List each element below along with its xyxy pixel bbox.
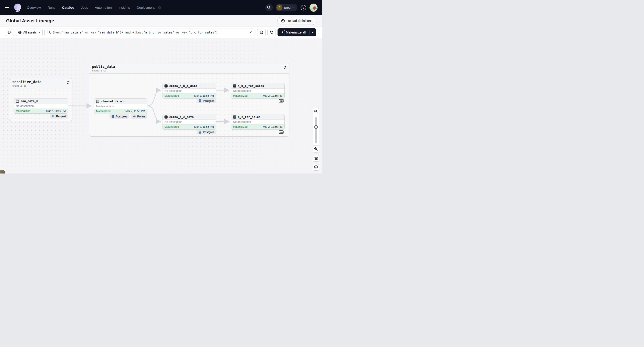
download-image-button[interactable] bbox=[312, 164, 319, 171]
caret-down-icon bbox=[312, 32, 314, 33]
materialization-timestamp[interactable]: Mar 2, 11:56 PM bbox=[125, 110, 145, 113]
download-icon bbox=[314, 165, 318, 169]
postgres-icon bbox=[111, 115, 114, 118]
kind-badge-polars[interactable]: Polars bbox=[131, 114, 147, 119]
reload-cube-icon bbox=[281, 19, 285, 23]
asset-node-cleaned-data-b[interactable]: cleaned_data_b No description Materializ… bbox=[94, 98, 147, 114]
table-icon bbox=[164, 115, 168, 119]
status-badge: Materialized bbox=[233, 125, 248, 128]
user-avatar[interactable] bbox=[310, 3, 318, 11]
kind-badge-postgres[interactable]: Postgres bbox=[197, 130, 216, 134]
asset-description: No description bbox=[14, 104, 68, 109]
status-badge: Materialized bbox=[164, 94, 179, 97]
chevron-down-icon bbox=[292, 7, 295, 8]
group-title: public_data bbox=[92, 65, 115, 69]
group-title: sensitive_data bbox=[12, 80, 42, 84]
chevron-down-icon bbox=[38, 32, 40, 33]
environment-switcher[interactable]: P prod bbox=[276, 4, 298, 11]
zoom-out-icon bbox=[314, 147, 318, 151]
materialize-options-caret[interactable] bbox=[310, 28, 316, 36]
polars-icon bbox=[132, 115, 136, 118]
sparkle-icon: ✦✦✦ bbox=[281, 30, 284, 34]
zoom-in-icon bbox=[314, 110, 318, 113]
table-icon bbox=[233, 115, 236, 119]
gear-icon bbox=[314, 157, 318, 160]
svg-text:CSV: CSV bbox=[280, 100, 283, 102]
dagster-app: Overview Runs Catalog Jobs Automation In… bbox=[0, 0, 322, 173]
svg-text:?: ? bbox=[302, 6, 304, 9]
materialization-timestamp[interactable]: Mar 2, 11:56 PM bbox=[194, 125, 214, 128]
csv-icon: CSV bbox=[279, 99, 284, 102]
status-badge: Materialized bbox=[164, 125, 179, 128]
materialization-timestamp[interactable]: Mar 2, 11:56 PM bbox=[46, 109, 66, 112]
zoom-out-button[interactable] bbox=[313, 146, 319, 152]
magnifier-icon bbox=[47, 30, 51, 34]
asset-description: No description bbox=[162, 120, 216, 125]
materialization-timestamp[interactable]: Mar 2, 11:56 PM bbox=[263, 125, 282, 128]
search-button[interactable] bbox=[265, 4, 273, 11]
asset-query-input[interactable]: (key:"raw_data_a" or key:"raw_data_b")+ … bbox=[44, 28, 256, 36]
status-badge: Materialized bbox=[233, 94, 248, 97]
help-button[interactable]: ? bbox=[300, 4, 307, 11]
nav-item-catalog[interactable]: Catalog bbox=[62, 5, 74, 9]
kind-badge-postgres[interactable]: Postgres bbox=[110, 114, 129, 119]
globe-plus-icon bbox=[260, 30, 264, 34]
asset-node-combo-b-c-data[interactable]: combo_b_c_data No description Materializ… bbox=[162, 114, 216, 129]
asset-scope-label: All assets bbox=[23, 30, 37, 34]
materialization-timestamp[interactable]: Mar 2, 11:56 PM bbox=[263, 94, 282, 97]
zoom-control bbox=[312, 108, 319, 152]
nav-item-deployment[interactable]: Deployment bbox=[137, 5, 155, 9]
top-nav: Overview Runs Catalog Jobs Automation In… bbox=[0, 0, 322, 15]
nav-item-overview[interactable]: Overview bbox=[27, 5, 41, 9]
postgres-icon bbox=[198, 99, 202, 102]
table-icon bbox=[164, 84, 168, 87]
status-badge: Materialized bbox=[16, 109, 30, 112]
asset-name: combo_b_c_data bbox=[169, 115, 194, 119]
asset-name: raw_data_b bbox=[20, 99, 38, 103]
csv-icon: CSV bbox=[279, 130, 284, 134]
table-icon bbox=[233, 84, 236, 87]
kind-badge-parquet[interactable]: Parquet bbox=[50, 114, 68, 119]
help-icon: ? bbox=[300, 4, 306, 11]
refresh-button[interactable] bbox=[268, 28, 276, 36]
status-badge: Materialized bbox=[96, 110, 110, 113]
materialize-all-button[interactable]: ✦✦✦ Materialize all bbox=[278, 28, 309, 36]
kind-badge-csv[interactable]: CSV bbox=[278, 130, 285, 134]
environment-badge: P bbox=[276, 4, 282, 10]
asset-name: cleaned_data_b bbox=[101, 100, 125, 103]
graph-settings-button[interactable] bbox=[312, 155, 319, 162]
zoom-slider[interactable] bbox=[313, 115, 319, 146]
asset-node-combo-a-b-c-data[interactable]: combo_a_b_c_data No description Material… bbox=[162, 83, 216, 98]
clear-query-icon[interactable]: ✕ bbox=[249, 30, 252, 34]
materialization-timestamp[interactable]: Mar 2, 11:56 PM bbox=[194, 94, 214, 97]
kind-badge-postgres[interactable]: Postgres bbox=[197, 98, 216, 103]
asset-node-b-c-for-sales[interactable]: b_c_for_sales No description Materialize… bbox=[231, 114, 285, 129]
nav-item-jobs[interactable]: Jobs bbox=[81, 5, 88, 9]
zoom-in-button[interactable] bbox=[313, 108, 319, 115]
toggle-sidebar-button[interactable] bbox=[6, 28, 14, 36]
kind-badge-csv[interactable]: CSV bbox=[278, 98, 285, 103]
deployment-status-spinner bbox=[158, 6, 161, 9]
asset-description: No description bbox=[231, 89, 284, 94]
asset-node-a-b-c-for-sales[interactable]: a_b_c_for_sales No description Materiali… bbox=[231, 83, 285, 98]
svg-text:CSV: CSV bbox=[280, 131, 283, 133]
zoom-slider-handle[interactable] bbox=[314, 125, 318, 129]
nav-item-insights[interactable]: Insights bbox=[118, 5, 130, 9]
page-header: Global Asset Lineage Reload definitions bbox=[0, 15, 322, 27]
table-icon bbox=[16, 100, 19, 103]
asset-scope-dropdown[interactable]: All assets bbox=[16, 28, 43, 36]
nav-item-automation[interactable]: Automation bbox=[95, 5, 112, 9]
page-title: Global Asset Lineage bbox=[6, 18, 54, 23]
collapse-icon[interactable] bbox=[284, 65, 286, 70]
nav-item-runs[interactable]: Runs bbox=[48, 5, 56, 9]
new-scope-button[interactable] bbox=[257, 28, 266, 36]
collapse-icon[interactable] bbox=[67, 80, 70, 85]
table-icon bbox=[96, 100, 99, 103]
menu-icon[interactable] bbox=[5, 6, 10, 9]
minimap[interactable] bbox=[0, 170, 5, 173]
dagster-logo[interactable] bbox=[13, 3, 22, 12]
asset-node-raw-data-b[interactable]: raw_data_b No description MaterializedMa… bbox=[14, 98, 68, 114]
reload-definitions-button[interactable]: Reload definitions bbox=[277, 17, 316, 25]
panel-toggle-icon bbox=[8, 30, 12, 34]
lineage-canvas[interactable]: sensitive_data example_co public_data ex… bbox=[0, 38, 322, 173]
